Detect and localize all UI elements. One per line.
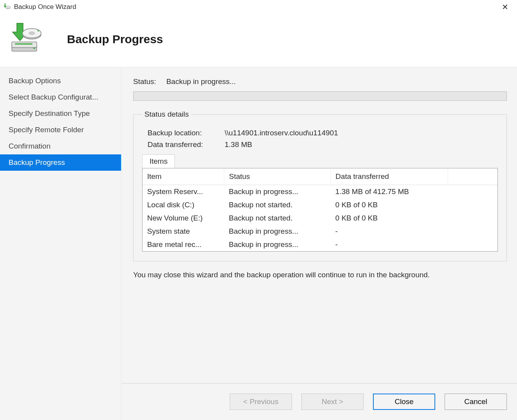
svg-point-6 (37, 30, 39, 32)
table-row[interactable]: System state Backup in progress... - (142, 225, 498, 238)
svg-point-10 (33, 47, 35, 49)
step-backup-progress[interactable]: Backup Progress (0, 154, 121, 171)
cell-status: Backup in progress... (224, 185, 331, 199)
col-item[interactable]: Item (142, 168, 224, 185)
items-table: Item Status Data transferred System Rese… (142, 168, 498, 252)
cell-item: Local disk (C:) (142, 198, 224, 212)
cell-data: 0 KB of 0 KB (331, 212, 448, 225)
cell-item: System Reserv... (142, 185, 224, 199)
col-spacer (448, 168, 498, 185)
svg-rect-9 (15, 43, 32, 45)
table-row[interactable]: System Reserv... Backup in progress... 1… (142, 185, 498, 199)
wizard-header: Backup Progress (0, 14, 517, 67)
title-bar: Backup Once Wizard ✕ (0, 0, 517, 14)
details-tabstrip: Items (142, 154, 498, 168)
status-value: Backup in progress... (166, 77, 236, 86)
svg-point-5 (29, 32, 34, 35)
cell-status: Backup not started. (224, 212, 331, 225)
table-row[interactable]: Local disk (C:) Backup not started. 0 KB… (142, 198, 498, 212)
close-icon[interactable]: ✕ (499, 2, 512, 12)
step-confirmation[interactable]: Confirmation (0, 138, 121, 154)
backup-banner-icon (6, 21, 44, 58)
status-details-group: Status details Backup location: \\u11490… (133, 110, 507, 261)
step-remote-folder[interactable]: Specify Remote Folder (0, 122, 121, 138)
cell-status: Backup not started. (224, 198, 331, 212)
status-details-legend: Status details (142, 110, 191, 119)
cell-item: Bare metal rec... (142, 238, 224, 251)
backup-location-value: \\u114901.introserv.cloud\u114901 (225, 129, 338, 137)
app-icon (3, 2, 11, 12)
table-row[interactable]: New Volume (E:) Backup not started. 0 KB… (142, 212, 498, 225)
status-row: Status: Backup in progress... (133, 77, 507, 86)
backup-location-row: Backup location: \\u114901.introserv.clo… (148, 129, 498, 137)
cell-data: 0 KB of 0 KB (331, 198, 448, 212)
close-wizard-note: You may close this wizard and the backup… (133, 270, 437, 280)
cell-data: - (331, 225, 448, 238)
col-data[interactable]: Data transferred (331, 168, 448, 185)
cell-status: Backup in progress... (224, 225, 331, 238)
close-button[interactable]: Close (373, 394, 435, 410)
table-row[interactable]: Bare metal rec... Backup in progress... … (142, 238, 498, 251)
progress-bar (133, 91, 507, 101)
page-title: Backup Progress (67, 33, 163, 46)
svg-point-2 (7, 7, 9, 8)
cell-data: - (331, 238, 448, 251)
backup-location-label: Backup location: (148, 129, 218, 137)
cell-data: 1.38 MB of 412.75 MB (331, 185, 448, 199)
cancel-button[interactable]: Cancel (445, 394, 507, 410)
step-select-configuration[interactable]: Select Backup Configurat... (0, 89, 121, 105)
data-transferred-value: 1.38 MB (225, 140, 252, 149)
tab-items[interactable]: Items (142, 154, 175, 168)
wizard-footer: < Previous Next > Close Cancel (121, 383, 517, 410)
window-title: Backup Once Wizard (14, 3, 76, 11)
wizard-main-panel: Status: Backup in progress... Status det… (121, 67, 517, 420)
col-status[interactable]: Status (224, 168, 331, 185)
step-destination-type[interactable]: Specify Destination Type (0, 105, 121, 122)
cell-item: System state (142, 225, 224, 238)
next-button: Next > (301, 394, 364, 410)
data-transferred-label: Data transferred: (148, 140, 218, 149)
wizard-steps-sidebar: Backup Options Select Backup Configurat.… (0, 67, 121, 420)
previous-button: < Previous (230, 394, 292, 410)
step-backup-options[interactable]: Backup Options (0, 73, 121, 89)
data-transferred-row: Data transferred: 1.38 MB (148, 140, 498, 149)
cell-item: New Volume (E:) (142, 212, 224, 225)
status-label: Status: (133, 77, 156, 86)
cell-status: Backup in progress... (224, 238, 331, 251)
